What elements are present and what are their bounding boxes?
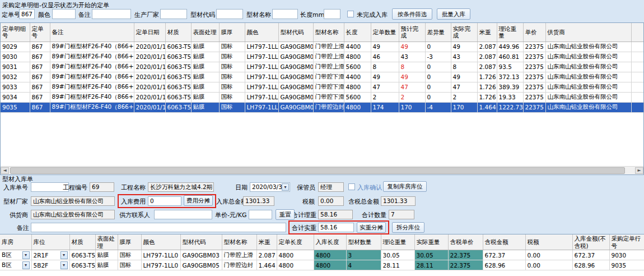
grid-cell[interactable]: 4400 bbox=[344, 42, 371, 52]
grid-cell[interactable]: 3 bbox=[346, 250, 381, 260]
grid-cell[interactable]: 2.087 bbox=[477, 42, 497, 52]
manufacturer-filter-input[interactable] bbox=[160, 9, 187, 19]
table-row[interactable]: 903586789#门框型材F26-F40（866+867）2020/01/13… bbox=[1, 102, 644, 112]
grid-cell[interactable]: 山东南山铝业股份有限公司 bbox=[545, 42, 631, 52]
grid-cell[interactable]: 2.087 bbox=[477, 52, 497, 62]
grid-cell[interactable]: 672.37 bbox=[483, 250, 525, 260]
grid-cell[interactable]: 6063-T5 bbox=[165, 92, 191, 102]
grid-cell[interactable]: 4800 bbox=[314, 250, 346, 260]
grid-cell[interactable]: 174 bbox=[371, 102, 399, 112]
grid-cell[interactable]: 6063-T5 bbox=[69, 260, 95, 270]
grid-cell[interactable]: 89#门框型材F26-F40（866+867） bbox=[50, 102, 134, 112]
grid-cell[interactable]: 22375 bbox=[523, 42, 545, 52]
grid-cell[interactable]: 0.00 bbox=[525, 250, 572, 260]
grid-cell[interactable]: 22.375 bbox=[448, 260, 483, 270]
tax-input[interactable]: 0.00 bbox=[318, 196, 344, 206]
grid-cell[interactable]: LH797-1LL0 bbox=[245, 82, 278, 92]
grid-cell[interactable]: 2 bbox=[451, 92, 477, 102]
grid-cell[interactable]: 国标 bbox=[219, 72, 245, 82]
grid-cell[interactable]: 6063-T5 bbox=[165, 102, 191, 112]
grid-cell[interactable]: 1.464 bbox=[256, 260, 277, 270]
grid-cell[interactable]: 贴膜 bbox=[95, 250, 118, 260]
table-row[interactable]: 903086789#门框型材F26-F40（866+867）2020/01/13… bbox=[1, 52, 644, 62]
grid-cell[interactable]: 2020/01/13 bbox=[134, 62, 165, 72]
grid-cell[interactable]: 1222.73 bbox=[497, 102, 523, 112]
scroll-thumb[interactable] bbox=[10, 167, 625, 174]
grid-cell[interactable]: -3 bbox=[425, 52, 451, 62]
contact-input[interactable] bbox=[154, 210, 212, 219]
grid-cell[interactable]: 49 bbox=[371, 42, 399, 52]
chevron-down-icon[interactable]: ▾ bbox=[22, 251, 30, 259]
grid-cell[interactable]: LH797-1LL0 bbox=[141, 260, 180, 270]
table-row[interactable]: 903486789#门框型材F26-F40（866+867）2020/01/13… bbox=[1, 92, 644, 102]
grid-cell[interactable]: LH797-1LL0 bbox=[245, 62, 278, 72]
grid-cell[interactable]: 4800 bbox=[277, 260, 314, 270]
grid-cell[interactable]: 山东南山铝业股份有限公司 bbox=[545, 62, 631, 72]
fee-allocate-button[interactable]: 费用分摊 bbox=[184, 195, 213, 206]
grid-cell[interactable]: 贴膜 bbox=[191, 52, 219, 62]
grid-cell[interactable]: 6063-T5 bbox=[165, 42, 191, 52]
grid-cell[interactable] bbox=[631, 82, 644, 92]
grid-cell[interactable]: 628.96 bbox=[572, 260, 609, 270]
grid-cell[interactable]: 43 bbox=[451, 52, 477, 62]
grid-cell[interactable]: 山东南山铝业股份有限公司 bbox=[545, 92, 631, 102]
grid-cell[interactable]: 22375 bbox=[523, 92, 545, 102]
grid-cell[interactable]: 22375 bbox=[523, 62, 545, 72]
grid-cell[interactable]: 贴膜 bbox=[191, 82, 219, 92]
factory-input[interactable]: 山东南山铝业股份有限公司 bbox=[31, 196, 115, 206]
grid-cell[interactable]: B区▾ bbox=[0, 260, 31, 270]
grid-cell[interactable]: 山东南山铝业股份有限公司 bbox=[545, 102, 631, 112]
grid-cell[interactable]: 4800 bbox=[344, 102, 371, 112]
project-name-input[interactable]: 长沙万科魅力之城4.2期 bbox=[148, 182, 214, 192]
grid-cell[interactable]: 4800 bbox=[277, 250, 314, 260]
keeper-input[interactable]: 经理 bbox=[318, 182, 344, 192]
profile-code-filter-input[interactable] bbox=[216, 9, 243, 19]
grid-cell[interactable]: 6063-T5 bbox=[165, 52, 191, 62]
grid-cell[interactable]: 867 bbox=[30, 42, 50, 52]
grid-cell[interactable]: 867 bbox=[30, 52, 50, 62]
profile-name-filter-input[interactable] bbox=[272, 9, 298, 19]
grid-cell[interactable]: 22375 bbox=[523, 102, 545, 112]
grid-cell[interactable]: 国标 bbox=[219, 82, 245, 92]
length-filter-input[interactable] bbox=[324, 9, 340, 19]
grid-cell[interactable]: GA90GBM03 bbox=[278, 62, 313, 72]
grid-cell[interactable]: 9032 bbox=[1, 72, 30, 82]
grid-cell[interactable]: 贴膜 bbox=[191, 92, 219, 102]
grid-cell[interactable]: 2020/01/13 bbox=[134, 82, 165, 92]
grid-cell[interactable]: 山东南山铝业股份有限公司 bbox=[545, 82, 631, 92]
order-no-filter-input[interactable]: 867 bbox=[19, 9, 35, 19]
grid-cell[interactable]: 9029 bbox=[1, 42, 30, 52]
grid-cell[interactable]: 贴膜 bbox=[191, 42, 219, 52]
grid-cell[interactable]: 4400 bbox=[344, 72, 371, 82]
grid-cell[interactable]: 9031 bbox=[1, 62, 30, 72]
grid-cell[interactable]: 672.37 bbox=[572, 250, 609, 260]
grid-cell[interactable]: GA90GBM05 bbox=[278, 102, 313, 112]
grid-cell[interactable]: 22375 bbox=[523, 72, 545, 82]
grid-cell[interactable]: 89#门框型材F26-F40（866+867） bbox=[50, 72, 134, 82]
total-count-input[interactable]: 7 bbox=[389, 210, 414, 219]
grid-cell[interactable]: 2020/01/13 bbox=[134, 102, 165, 112]
grid-cell[interactable]: 门带腔上滑 bbox=[313, 42, 344, 52]
grid-cell[interactable]: 449.96 bbox=[497, 42, 523, 52]
scroll-right-button[interactable]: ► bbox=[635, 167, 643, 174]
grid-cell[interactable]: 1.464 bbox=[477, 102, 497, 112]
grid-cell[interactable]: 0 bbox=[425, 42, 451, 52]
grid-cell[interactable]: 9035 bbox=[609, 260, 644, 270]
grid-cell[interactable]: 372.13 bbox=[497, 72, 523, 82]
grid-cell[interactable]: 门带腔上滑 bbox=[313, 52, 344, 62]
grid-cell[interactable]: 89#门框型材F26-F40（866+867） bbox=[50, 52, 134, 62]
table-row[interactable]: 903186789#门框型材F26-F40（866+867）2020/01/13… bbox=[1, 62, 644, 72]
grid-cell[interactable]: 国标 bbox=[219, 42, 245, 52]
grid-cell[interactable]: 国标 bbox=[219, 102, 245, 112]
grid-cell[interactable]: 89#门框型材F26-F40（866+867） bbox=[50, 62, 134, 72]
grid-cell[interactable]: 8 bbox=[371, 62, 399, 72]
grid-cell[interactable]: 国标 bbox=[118, 250, 141, 260]
grid-cell[interactable]: 30.05 bbox=[381, 250, 414, 260]
grid-cell[interactable]: 门带腔边封 bbox=[313, 102, 344, 112]
inbound-confirm-checkbox[interactable] bbox=[348, 183, 355, 190]
grid-cell[interactable]: 49 bbox=[451, 72, 477, 82]
chevron-down-icon[interactable]: ▾ bbox=[60, 251, 68, 259]
grid-cell[interactable]: 22.375 bbox=[448, 250, 483, 260]
grid-cell[interactable]: 49 bbox=[399, 72, 425, 82]
grid-cell[interactable]: 49 bbox=[451, 42, 477, 52]
